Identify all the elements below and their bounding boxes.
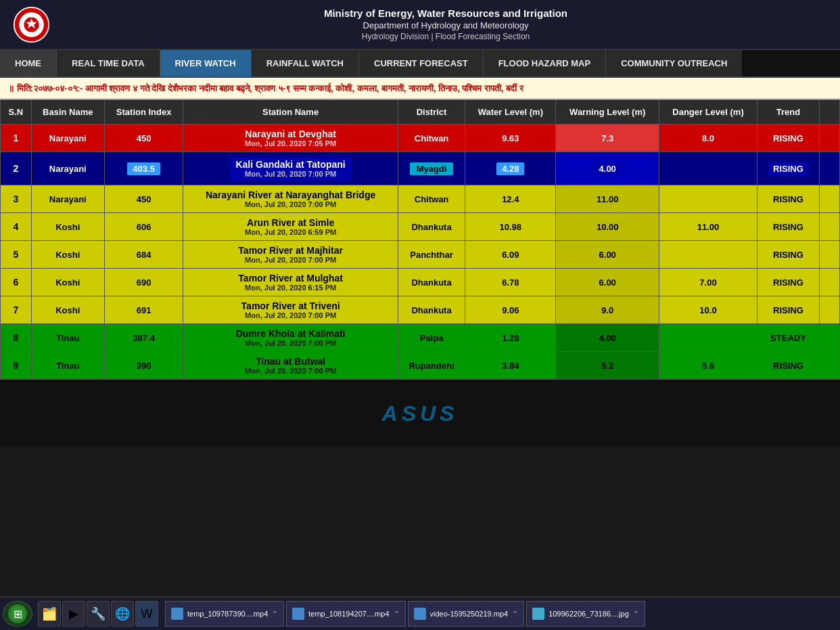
division-name: Hydrology Division | Flood Forecasting S… xyxy=(62,32,829,41)
table-row: 7Koshi691Tamor River at TriveniMon, Jul … xyxy=(1,296,840,324)
cell-trend: STEADY xyxy=(757,324,819,352)
cell-station-index: 450 xyxy=(104,185,183,213)
taskbar-icon-browser[interactable]: 🌐 xyxy=(111,601,134,627)
nav-community-outreach[interactable]: COMMUNITY OUTREACH xyxy=(606,50,742,76)
nav-river-watch[interactable]: RIVER WATCH xyxy=(160,50,252,76)
cell-water-level: 9.06 xyxy=(465,296,556,324)
cell-extra xyxy=(820,213,840,241)
logo-emblem xyxy=(13,6,50,43)
taskbar-file-1-label: temp_109787390....mp4 xyxy=(187,610,268,618)
cell-station-index: 387.4 xyxy=(104,324,183,352)
cell-water-level: 6.09 xyxy=(465,241,556,269)
taskbar: ⊞ 🗂️ ▶ 🔧 🌐 W temp_109787390....mp4 ⌃ tem… xyxy=(0,596,840,630)
cell-station-index: 691 xyxy=(104,296,183,324)
cell-danger-level: 10.0 xyxy=(659,296,757,324)
nav-flood-hazard-map[interactable]: FLOOD HAZARD MAP xyxy=(484,50,607,76)
nav-current-forecast[interactable]: CURRENT FORECAST xyxy=(359,50,484,76)
cell-warning-level: 7.3 xyxy=(556,125,659,152)
cell-basin: Tinau xyxy=(31,352,104,380)
cell-station-name: Dumre Khola at KalimatiMon, Jul 20, 2020… xyxy=(183,324,398,352)
cell-trend: RISING xyxy=(757,296,819,324)
cell-warning-level: 5.2 xyxy=(556,352,659,380)
taskbar-icon-word[interactable]: W xyxy=(135,601,158,627)
cell-district: Chitwan xyxy=(398,185,465,213)
cell-extra xyxy=(820,125,840,152)
cell-water-level: 3.84 xyxy=(465,352,556,380)
cell-basin: Koshi xyxy=(31,213,104,241)
cell-basin: Narayani xyxy=(31,185,104,213)
cell-station-name: Tinau at ButwalMon, Jul 20, 2020 7:00 PM xyxy=(183,352,398,380)
cell-sn: 8 xyxy=(1,324,32,352)
cell-district: Chitwan xyxy=(398,125,465,152)
taskbar-file-4[interactable]: 109962206_73186....jpg ⌃ xyxy=(526,601,645,627)
cell-basin: Koshi xyxy=(31,296,104,324)
cell-station-name: Kali Gandaki at TatopaniMon, Jul 20, 202… xyxy=(183,152,398,185)
cell-district: Dhankuta xyxy=(398,269,465,296)
cell-warning-level: 11.00 xyxy=(556,185,659,213)
nav-bar: HOME REAL TIME DATA RIVER WATCH RAINFALL… xyxy=(0,50,840,78)
taskbar-icon-app1[interactable]: 🔧 xyxy=(87,601,110,627)
cell-station-name: Tamor River at MajhitarMon, Jul 20, 2020… xyxy=(183,241,398,269)
cell-basin: Tinau xyxy=(31,324,104,352)
cell-sn: 9 xyxy=(1,352,32,380)
cell-district: Palpa xyxy=(398,324,465,352)
desktop-area: ASUS xyxy=(0,380,840,447)
cell-district: Myagdi xyxy=(398,152,465,185)
cell-warning-level: 6.00 xyxy=(556,241,659,269)
taskbar-file-4-label: 109962206_73186....jpg xyxy=(549,610,629,618)
cell-station-index: 690 xyxy=(104,269,183,296)
col-extra xyxy=(820,100,840,125)
table-row: 1Narayani450Narayani at DevghatMon, Jul … xyxy=(1,125,840,152)
cell-sn: 3 xyxy=(1,185,32,213)
cell-trend: RISING xyxy=(757,269,819,296)
taskbar-icon-explorer[interactable]: 🗂️ xyxy=(38,601,61,627)
cell-district: Dhankuta xyxy=(398,213,465,241)
cell-sn: 6 xyxy=(1,269,32,296)
cell-trend: RISING xyxy=(757,152,819,185)
taskbar-icons: 🗂️ ▶ 🔧 🌐 W xyxy=(38,601,158,627)
nav-real-time-data[interactable]: REAL TIME DATA xyxy=(57,50,160,76)
cell-danger-level xyxy=(659,152,757,185)
cell-sn: 5 xyxy=(1,241,32,269)
cell-station-index: 684 xyxy=(104,241,183,269)
start-button[interactable]: ⊞ xyxy=(3,601,32,627)
taskbar-file-2-label: temp_108194207....mp4 xyxy=(308,610,389,618)
cell-warning-level: 4.00 xyxy=(556,324,659,352)
taskbar-icon-media[interactable]: ▶ xyxy=(62,601,85,627)
cell-warning-level: 10.00 xyxy=(556,213,659,241)
cell-basin: Koshi xyxy=(31,241,104,269)
taskbar-file-1[interactable]: temp_109787390....mp4 ⌃ xyxy=(165,601,284,627)
cell-danger-level: 7.00 xyxy=(659,269,757,296)
taskbar-file-2[interactable]: temp_108194207....mp4 ⌃ xyxy=(286,601,405,627)
cell-station-index: 450 xyxy=(104,125,183,152)
col-trend: Trend xyxy=(757,100,819,125)
col-district: District xyxy=(398,100,465,125)
cell-extra xyxy=(820,241,840,269)
table-row: 2Narayani403.5Kali Gandaki at TatopaniMo… xyxy=(1,152,840,185)
col-danger-level: Danger Level (m) xyxy=(659,100,757,125)
cell-sn: 1 xyxy=(1,125,32,152)
col-water-level: Water Level (m) xyxy=(465,100,556,125)
cell-trend: RISING xyxy=(757,213,819,241)
cell-extra xyxy=(820,152,840,185)
cell-sn: 4 xyxy=(1,213,32,241)
cell-station-name: Narayani at DevghatMon, Jul 20, 2020 7:0… xyxy=(183,125,398,152)
cell-basin: Narayani xyxy=(31,152,104,185)
cell-district: Rupandehi xyxy=(398,352,465,380)
cell-basin: Narayani xyxy=(31,125,104,152)
cell-trend: RISING xyxy=(757,185,819,213)
nav-rainfall-watch[interactable]: RAINFALL WATCH xyxy=(252,50,359,76)
col-station-name: Station Name xyxy=(183,100,398,125)
cell-station-index: 403.5 xyxy=(104,152,183,185)
taskbar-file-3-label: video-1595250219.mp4 xyxy=(430,610,509,618)
nav-home[interactable]: HOME xyxy=(0,50,57,76)
col-warning-level: Warning Level (m) xyxy=(556,100,659,125)
asus-logo: ASUS xyxy=(382,401,459,426)
table-row: 6Koshi690Tamor River at MulghatMon, Jul … xyxy=(1,269,840,296)
col-sn: S.N xyxy=(1,100,32,125)
cell-extra xyxy=(820,296,840,324)
table-wrapper: S.N Basin Name Station Index Station Nam… xyxy=(0,99,840,380)
cell-danger-level xyxy=(659,185,757,213)
taskbar-file-3[interactable]: video-1595250219.mp4 ⌃ xyxy=(408,601,525,627)
cell-district: Panchthar xyxy=(398,241,465,269)
